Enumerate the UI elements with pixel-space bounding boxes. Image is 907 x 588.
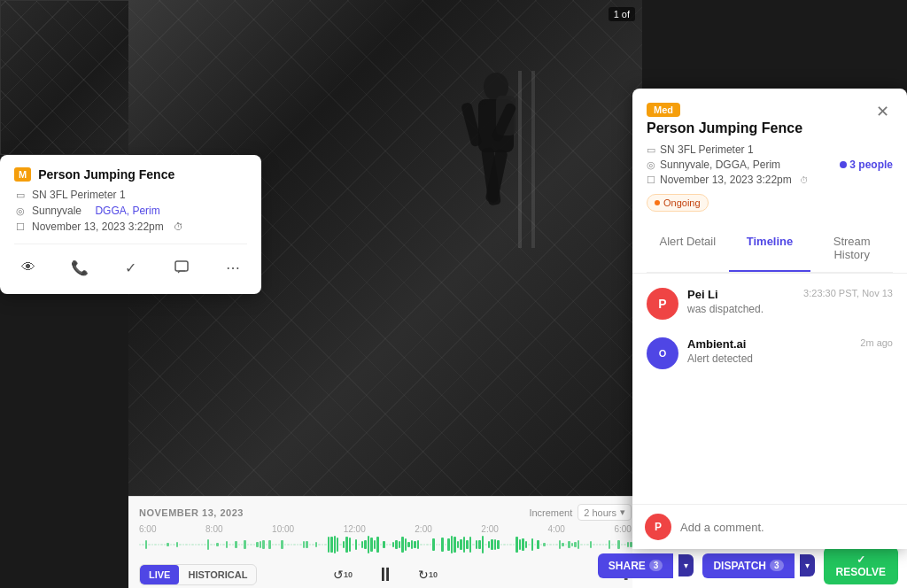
historical-mode-button[interactable]: HISTORICAL	[179, 565, 256, 584]
increment-select[interactable]: 2 hours ▾	[578, 504, 632, 521]
acknowledge-button[interactable]: ✓	[117, 253, 145, 282]
activity-tick	[627, 542, 629, 547]
share-dropdown-button[interactable]: ▾	[678, 554, 694, 576]
comment-button[interactable]	[167, 253, 196, 282]
activity-tick	[232, 544, 234, 545]
activity-tick	[436, 544, 438, 545]
activity-tick	[466, 540, 468, 549]
activity-tick	[189, 544, 190, 545]
activity-tick	[488, 541, 490, 548]
ongoing-dot-icon	[655, 200, 660, 205]
activity-tick	[438, 544, 440, 545]
activity-tick	[476, 540, 477, 550]
activity-tick	[395, 540, 397, 550]
activity-tick	[411, 540, 413, 549]
activity-tick	[407, 542, 409, 547]
activity-tick	[586, 544, 588, 545]
activity-tick	[383, 541, 384, 547]
activity-tick	[284, 544, 286, 545]
live-mode-button[interactable]: LIVE	[140, 565, 179, 584]
calendar-icon: ☐	[14, 220, 27, 233]
forward-icon: ↻	[418, 568, 429, 582]
tab-alert-detail[interactable]: Alert Detail	[647, 226, 729, 272]
people-count: 3 people	[840, 159, 893, 171]
panel-tabs: Alert Detail Timeline Stream History	[647, 226, 893, 273]
close-button[interactable]: ✕	[872, 101, 893, 122]
more-options-button[interactable]: ⋯	[219, 253, 247, 282]
activity-tick	[500, 544, 502, 545]
activity-tick	[154, 544, 156, 545]
svg-rect-15	[531, 71, 535, 248]
rewind-button[interactable]: ↺ 10	[329, 561, 357, 588]
activity-tick	[423, 544, 425, 545]
activity-tick	[148, 544, 150, 545]
activity-tick	[201, 544, 203, 545]
activity-tick	[399, 541, 400, 548]
activity-tick	[528, 544, 530, 545]
alert-card: M Person Jumping Fence ▭ SN 3FL Perimete…	[0, 155, 261, 294]
activity-tick	[235, 541, 236, 548]
activity-tick	[596, 544, 598, 545]
activity-tick	[142, 544, 143, 545]
panel-perimeter: SN 3FL Perimeter 1	[660, 143, 754, 156]
timeline-time-pei-li: 3:23:30 PST, Nov 13	[803, 288, 893, 298]
activity-tick	[392, 542, 394, 548]
alert-tags[interactable]: DGGA, Perim	[95, 205, 159, 217]
activity-tick	[497, 540, 499, 549]
rewind-number: 10	[344, 570, 353, 579]
activity-tick	[525, 541, 527, 548]
time-marks: 6:00 8:00 10:00 12:00 2:00 2:00 4:00 6:0…	[128, 524, 642, 534]
tab-stream-history[interactable]: Stream History	[810, 226, 893, 272]
comment-user-avatar: P	[645, 514, 671, 540]
svg-rect-14	[518, 71, 522, 248]
activity-tick	[198, 544, 199, 545]
activity-tick	[291, 544, 292, 545]
view-button[interactable]: 👁	[14, 253, 43, 282]
activity-tick	[361, 541, 363, 549]
activity-tick	[368, 536, 369, 553]
activity-tick	[590, 541, 592, 547]
forward-button[interactable]: ↻ 10	[414, 561, 442, 588]
activity-tick	[250, 544, 252, 545]
activity-tick	[584, 544, 585, 545]
activity-tick	[609, 540, 610, 549]
activity-tick	[355, 539, 357, 550]
activity-tick	[568, 541, 570, 548]
pause-icon: ⏸	[376, 563, 395, 586]
timeline-bar: NOVEMBER 13, 2023 Increment 2 hours ▾ 6:…	[128, 496, 642, 588]
dispatch-dropdown-button[interactable]: ▾	[800, 554, 815, 576]
tab-timeline[interactable]: Timeline	[729, 226, 811, 272]
share-button[interactable]: SHARE 3	[598, 553, 674, 578]
activity-tick	[324, 544, 326, 545]
resolve-button[interactable]: ✓ RESOLVE	[824, 547, 898, 584]
activity-tick	[343, 541, 345, 548]
activity-tick	[463, 537, 465, 553]
activity-tick	[602, 544, 604, 545]
activity-tick	[420, 544, 422, 545]
activity-tick	[322, 544, 323, 545]
pause-button[interactable]: ⏸	[371, 561, 399, 588]
activity-tick	[349, 538, 351, 553]
activity-tick	[195, 544, 197, 545]
activity-tick	[272, 544, 274, 545]
activity-tick	[266, 544, 267, 545]
dispatch-button[interactable]: DISPATCH 3	[702, 553, 794, 578]
avatar-ambient: O	[647, 337, 678, 369]
activity-tick	[244, 540, 245, 549]
panel-meta: ▭ SN 3FL Perimeter 1 ◎ Sunnyvale, DGGA, …	[647, 143, 893, 226]
comment-input[interactable]	[680, 521, 895, 534]
activity-tick	[145, 540, 147, 550]
panel-perimeter-row: ▭ SN 3FL Perimeter 1	[647, 143, 893, 156]
chevron-down-icon: ▾	[620, 507, 625, 518]
activity-tick	[617, 540, 619, 549]
activity-tick	[185, 544, 187, 545]
clock-icon: ⏱	[173, 220, 185, 233]
activity-tick	[478, 540, 480, 548]
activity-tick	[226, 541, 228, 548]
activity-tick	[460, 539, 461, 549]
activity-tick	[303, 541, 305, 549]
activity-tick	[287, 544, 289, 545]
call-button[interactable]: 📞	[66, 253, 94, 282]
activity-tick	[204, 544, 205, 545]
alert-date: November 13, 2023 3:22pm	[32, 220, 164, 233]
